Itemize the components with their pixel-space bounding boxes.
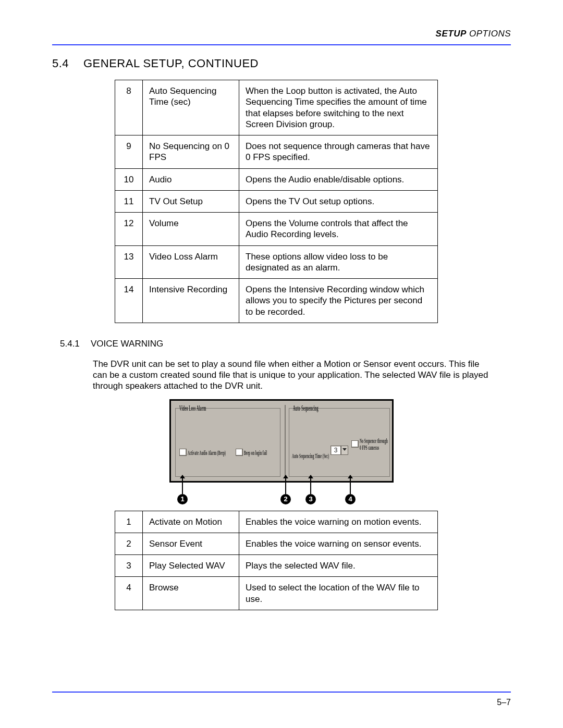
row-name: Browse: [143, 577, 239, 610]
row-name: Sensor Event: [143, 533, 239, 554]
table-row: 1Activate on MotionEnables the voice war…: [115, 511, 438, 533]
marker-4: 4: [345, 494, 356, 504]
row-name: Auto Sequencing Time (sec): [143, 80, 239, 135]
marker-stem-3: [310, 475, 311, 494]
marker-1: 1: [177, 494, 188, 504]
subsection-heading: 5.4.1VOICE WARNING: [52, 339, 511, 349]
row-description: Opens the Intensive Recording window whi…: [239, 279, 438, 323]
row-number: 12: [115, 213, 143, 246]
row-number: 8: [115, 80, 143, 135]
marker-3: 3: [305, 494, 316, 504]
table-row: 2Sensor EventEnables the voice warning o…: [115, 533, 438, 554]
row-description: Opens the Volume controls that affect th…: [239, 213, 438, 246]
no-sequence-0fps-checkbox[interactable]: [351, 440, 359, 448]
beep-on-login-fail-label: Beep on login fail: [244, 449, 267, 457]
section-number: 5.4: [52, 57, 83, 70]
row-description: Opens the TV Out setup options.: [239, 190, 438, 212]
auto-seq-time-label: Auto Sequencing Time (Sec): [292, 452, 329, 460]
voice-warning-paragraph: The DVR unit can be set to play a sound …: [93, 359, 490, 392]
header-rest: OPTIONS: [467, 29, 511, 39]
row-description: Used to select the location of the WAV f…: [239, 577, 438, 610]
section-title: GENERAL SETUP, CONTINUED: [83, 57, 259, 70]
row-description: These options allow video loss to be des…: [239, 245, 438, 279]
figure-wrap: Video Loss Alarm Activate Audio Alarm (B…: [169, 399, 394, 483]
row-name: TV Out Setup: [143, 190, 239, 212]
row-name: No Sequencing on 0 FPS: [143, 135, 239, 169]
marker-stem-2: [285, 475, 286, 494]
video-loss-alarm-label: Video Loss Alarm: [179, 404, 206, 413]
row-number: 3: [115, 555, 143, 577]
row-name: Play Selected WAV: [143, 555, 239, 577]
row-name: Audio: [143, 168, 239, 190]
options-table-2: 1Activate on MotionEnables the voice war…: [115, 511, 438, 610]
callout-markers: 1 2 3 4: [169, 486, 394, 510]
panel-divider: [285, 405, 286, 477]
table-row: 11TV Out SetupOpens the TV Out setup opt…: [115, 190, 438, 212]
section-heading: 5.4GENERAL SETUP, CONTINUED: [52, 57, 511, 70]
header-bold: SETUP: [436, 29, 467, 39]
table-row: 10AudioOpens the Audio enable/disable op…: [115, 168, 438, 190]
running-header: SETUP OPTIONS: [52, 29, 511, 39]
page: SETUP OPTIONS 5.4GENERAL SETUP, CONTINUE…: [0, 0, 563, 728]
video-loss-alarm-group: [175, 408, 280, 477]
row-number: 11: [115, 190, 143, 212]
row-number: 13: [115, 245, 143, 279]
table-row: 9No Sequencing on 0 FPSDoes not sequence…: [115, 135, 438, 169]
marker-stem-4: [350, 475, 351, 494]
row-description: Enables the voice warning on sensor even…: [239, 533, 438, 554]
row-description: Plays the selected WAV file.: [239, 555, 438, 577]
footer: 5–7: [52, 692, 511, 707]
table-row: 4BrowseUsed to select the location of th…: [115, 577, 438, 610]
table-row: 12VolumeOpens the Volume controls that a…: [115, 213, 438, 246]
row-description: Does not sequence through cameras that h…: [239, 135, 438, 169]
row-name: Video Loss Alarm: [143, 245, 239, 279]
row-description: When the Loop button is activated, the A…: [239, 80, 438, 135]
subsection-title: VOICE WARNING: [91, 339, 163, 349]
table-row: 3Play Selected WAVPlays the selected WAV…: [115, 555, 438, 577]
settings-panel-figure: Video Loss Alarm Activate Audio Alarm (B…: [169, 399, 394, 483]
auto-sequencing-label: Auto Sequencing: [293, 404, 319, 413]
row-number: 9: [115, 135, 143, 169]
row-name: Activate on Motion: [143, 511, 239, 533]
options-table-1: 8Auto Sequencing Time (sec)When the Loop…: [115, 80, 438, 323]
activate-audio-alarm-checkbox[interactable]: [179, 449, 187, 456]
no-sequence-0fps-label: No Sequence through0 FPS cameras: [360, 437, 388, 451]
top-rule: [52, 44, 511, 45]
row-number: 2: [115, 533, 143, 554]
row-number: 4: [115, 577, 143, 610]
marker-2: 2: [280, 494, 291, 504]
marker-stem-1: [182, 475, 183, 494]
auto-seq-time-dropdown[interactable]: [341, 446, 348, 455]
bottom-rule: [52, 692, 511, 693]
row-description: Enables the voice warning on motion even…: [239, 511, 438, 533]
row-name: Volume: [143, 213, 239, 246]
row-number: 1: [115, 511, 143, 533]
row-description: Opens the Audio enable/disable options.: [239, 168, 438, 190]
table-row: 13Video Loss AlarmThese options allow vi…: [115, 245, 438, 279]
activate-audio-alarm-label: Activate Audio Alarm (Beep): [188, 449, 226, 457]
table-row: 14Intensive RecordingOpens the Intensive…: [115, 279, 438, 323]
row-number: 10: [115, 168, 143, 190]
beep-on-login-fail-checkbox[interactable]: [236, 449, 243, 456]
row-name: Intensive Recording: [143, 279, 239, 323]
subsection-number: 5.4.1: [60, 339, 89, 349]
auto-seq-time-input[interactable]: 3: [331, 446, 341, 455]
page-number: 5–7: [52, 698, 511, 707]
table-row: 8Auto Sequencing Time (sec)When the Loop…: [115, 80, 438, 135]
row-number: 14: [115, 279, 143, 323]
